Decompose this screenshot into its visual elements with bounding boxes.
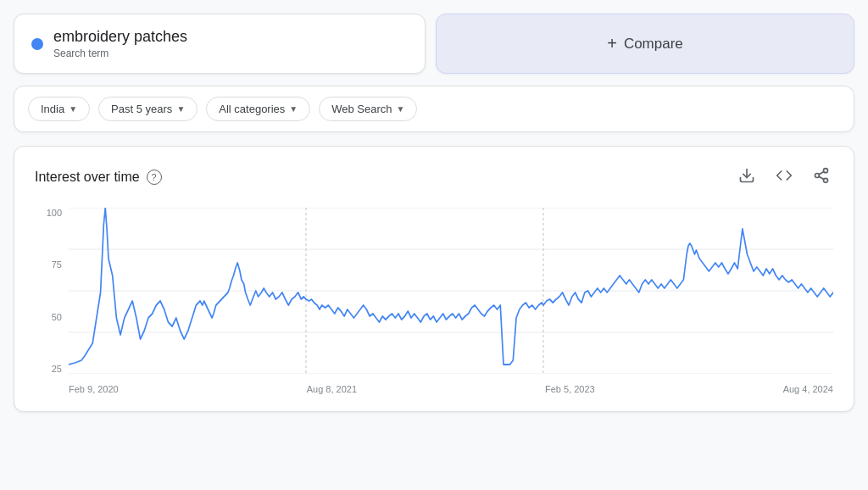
x-axis: Feb 9, 2020 Aug 8, 2021 Feb 5, 2023 Aug … [69,384,833,394]
help-icon[interactable]: ? [147,170,162,185]
share-button[interactable] [810,164,833,191]
compare-card[interactable]: + Compare [436,14,854,74]
compare-plus-icon: + [607,34,617,53]
time-range-label: Past 5 years [111,103,172,115]
time-range-chevron-icon: ▼ [176,104,185,114]
chart-title: Interest over time [35,170,140,185]
time-range-filter[interactable]: Past 5 years ▼ [98,97,198,121]
search-type-filter[interactable]: Web Search ▼ [319,97,417,121]
region-chevron-icon: ▼ [69,104,77,114]
y-axis: 100 75 50 25 [35,208,62,394]
category-label: All categories [219,103,285,115]
region-label: India [41,103,64,115]
chart-card: Interest over time ? [14,146,854,412]
x-label-feb2023: Feb 5, 2023 [545,384,595,394]
y-label-25: 25 [35,364,62,374]
y-label-50: 50 [35,312,62,322]
chart-inner [69,208,833,374]
chart-header: Interest over time ? [35,164,833,191]
line-chart-svg [69,208,833,374]
y-label-100: 100 [35,208,62,218]
x-label-feb2020: Feb 9, 2020 [69,384,119,394]
y-label-75: 75 [35,259,62,270]
svg-line-4 [819,176,824,179]
term-color-dot [31,38,43,50]
embed-button[interactable] [772,164,796,191]
search-type-chevron-icon: ▼ [397,104,405,114]
chart-actions [735,164,833,191]
category-chevron-icon: ▼ [289,104,298,114]
filters-row: India ▼ Past 5 years ▼ All categories ▼ … [14,86,854,132]
search-term-name: embroidery patches [53,28,187,46]
x-label-aug2021: Aug 8, 2021 [307,384,357,394]
search-term-info: embroidery patches Search term [53,28,187,59]
region-filter[interactable]: India ▼ [28,97,90,121]
chart-title-row: Interest over time ? [35,170,162,185]
chart-area: 100 75 50 25 Feb 9, 2020 Aug 8, 2 [35,208,833,394]
category-filter[interactable]: All categories ▼ [206,97,310,121]
svg-line-5 [819,171,824,174]
x-label-aug2024: Aug 4, 2024 [783,384,833,394]
download-button[interactable] [735,164,759,191]
search-term-card: embroidery patches Search term [14,14,426,74]
search-term-label: Search term [53,47,187,59]
search-type-label: Web Search [331,103,392,115]
compare-label: Compare [624,36,683,53]
